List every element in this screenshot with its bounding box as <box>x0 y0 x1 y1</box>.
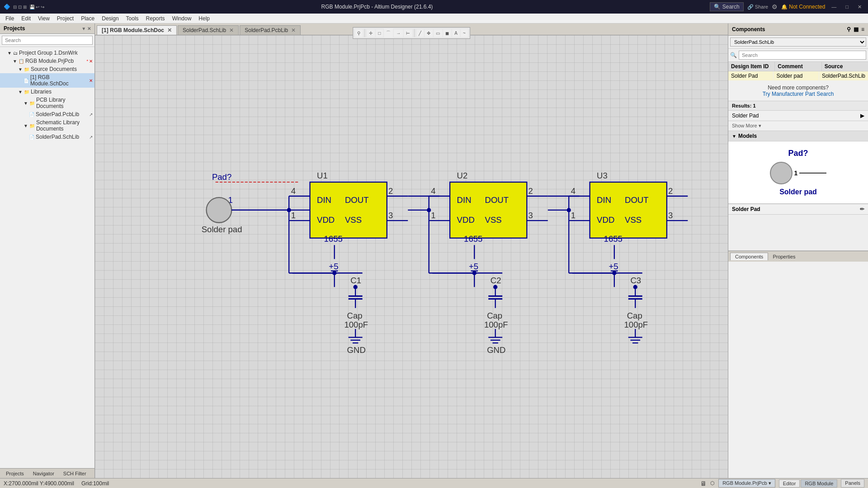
tab-properties[interactable]: Properties <box>768 253 800 260</box>
svg-text:C2: C2 <box>491 276 501 285</box>
tab-navigator[interactable]: Navigator <box>29 469 58 478</box>
tab-schdoc-close[interactable]: ✕ <box>167 27 172 33</box>
component-search-input[interactable] <box>739 51 866 60</box>
components-title: Components <box>732 26 765 33</box>
svg-text:3: 3 <box>668 211 673 220</box>
status-right: 🖥 ⬡ RGB Module.PrjPcb ▾ Editor RGB Modul… <box>700 479 864 488</box>
tab-schlib[interactable]: SolderPad.SchLib ✕ <box>178 25 239 35</box>
panels-btn[interactable]: Panels <box>841 479 864 488</box>
view-options-icon[interactable]: ▦ <box>854 26 859 33</box>
tree-item-libraries[interactable]: ▼ 📁 Libraries <box>0 88 94 96</box>
tree-item-source-docs[interactable]: ▼ 📁 Source Documents <box>0 65 94 73</box>
close-button[interactable]: ✕ <box>855 3 864 11</box>
tab-schdoc[interactable]: [1] RGB Module.SchDoc ✕ <box>97 25 177 35</box>
title-search[interactable]: 🔍 Search <box>710 2 744 11</box>
ic-u1[interactable]: U1 DIN DOUT VDD VSS 4 2 <box>289 171 408 354</box>
menu-place[interactable]: Place <box>77 14 98 23</box>
svg-text:2: 2 <box>528 186 533 196</box>
menu-project[interactable]: Project <box>53 14 77 23</box>
svg-text:VDD: VDD <box>457 215 475 225</box>
title-bar: 🔷 ⊟ ⊡ ⊞ 💾 ↩ ↪ RGB Module.PrjPcb - Altium… <box>0 0 868 14</box>
text-btn[interactable]: A <box>452 29 460 37</box>
models-header[interactable]: ▼ Models <box>728 131 868 141</box>
manufacturer-part-search-link[interactable]: Try Manufacturer Part Search <box>763 91 834 97</box>
share-button[interactable]: 🔗 Share <box>747 4 768 10</box>
tree-item-project-group[interactable]: ▼ 🗂 Project Group 1.DsnWrk <box>0 49 94 57</box>
tab-schlib-close[interactable]: ✕ <box>229 27 234 33</box>
arrow-btn[interactable]: → <box>394 29 403 37</box>
menu-tools[interactable]: Tools <box>123 14 142 23</box>
solder-pad-component[interactable]: Pad? 1 Solder pad <box>202 172 314 234</box>
tree-item-solderpad-schlib[interactable]: 📄 SolderPad.SchLib ↗ <box>0 133 94 141</box>
rgb-module-task[interactable]: RGB Module.PrjPcb ▾ <box>718 479 775 488</box>
svg-text:Cap: Cap <box>487 311 502 320</box>
fill-btn[interactable]: ◼ <box>443 29 451 37</box>
tab-pcblib[interactable]: SolderPad.PcbLib ✕ <box>240 25 301 35</box>
svg-text:VDD: VDD <box>317 215 335 225</box>
max-button[interactable]: □ <box>843 3 851 10</box>
coordinates: X:2700.000mil Y:4900.000mil <box>4 480 74 487</box>
filter-btn[interactable]: ⚲ <box>355 29 363 37</box>
menu-window[interactable]: Window <box>169 14 195 23</box>
menu-file[interactable]: File <box>2 14 18 23</box>
settings-icon[interactable]: ⚙ <box>772 3 778 10</box>
svg-text:Pad?: Pad? <box>212 172 231 182</box>
menu-reports[interactable]: Reports <box>142 14 169 23</box>
wire-btn[interactable]: ⌒ <box>384 28 393 38</box>
editor-tab[interactable]: Editor <box>779 479 800 488</box>
min-button[interactable]: — <box>829 3 839 10</box>
library-select[interactable]: SolderPad.SchLib <box>730 38 866 47</box>
libraries-expand: ▼ <box>18 89 23 94</box>
tab-projects[interactable]: Projects <box>2 469 28 478</box>
canvas-area[interactable]: [1] RGB Module.SchDoc ✕ SolderPad.SchLib… <box>95 23 728 478</box>
tab-schlib-label: SolderPad.SchLib <box>183 27 226 33</box>
menu-edit[interactable]: Edit <box>18 14 34 23</box>
svg-text:Solder pad: Solder pad <box>202 225 242 234</box>
main-area: Projects ▼ ✕ ▼ 🗂 Project Group 1.DsnWrk … <box>0 23 868 478</box>
project-tree: ▼ 🗂 Project Group 1.DsnWrk ▼ 📋 RGB Modul… <box>0 47 94 468</box>
tree-item-schdoc[interactable]: 📄 [1] RGB Module.SchDoc ✕ <box>0 73 94 88</box>
header-icons: ⚲ ▦ ≡ <box>847 26 864 33</box>
components-panel-header: Components ⚲ ▦ ≡ <box>728 23 868 36</box>
filter-icon[interactable]: ⚲ <box>847 26 851 33</box>
solder-pad-name: Solder Pad <box>732 113 759 119</box>
schematic-canvas[interactable]: Pad? 1 Solder pad U1 DIN <box>95 35 728 478</box>
solder-pad-list-item[interactable]: Solder Pad ▶ <box>728 111 868 121</box>
box-btn[interactable]: □ <box>376 29 383 37</box>
folder-icon: 🗂 <box>13 51 18 56</box>
tab-components[interactable]: Components <box>730 253 768 260</box>
rgb-module-tab[interactable]: RGB Module <box>801 479 837 488</box>
rect-btn[interactable]: ▭ <box>434 29 442 37</box>
svg-text:Cap: Cap <box>347 311 363 320</box>
net-btn[interactable]: ~ <box>461 29 468 37</box>
tree-item-schematic-lib-docs[interactable]: ▼ 📁 Schematic Library Documents <box>0 118 94 133</box>
tree-item-pcb-lib-docs[interactable]: ▼ 📁 PCB Library Documents <box>0 96 94 110</box>
tree-item-rgb-project[interactable]: ▼ 📋 RGB Module.PrjPcb * ✕ <box>0 57 94 65</box>
title-bar-right: 🔍 Search 🔗 Share ⚙ 🔔 Not Connected — □ ✕ <box>710 2 864 11</box>
tree-item-solderpad-pcblib[interactable]: 📄 SolderPad.PcbLib ↗ <box>0 110 94 118</box>
taskbar-icon: 🖥 <box>700 480 707 487</box>
pin-number: 1 <box>794 169 798 177</box>
edit-icon[interactable]: ✏ <box>860 206 864 212</box>
ic-u3[interactable]: U3 DIN DOUT VDD VSS 4 2 1 <box>569 171 688 343</box>
left-panel: Projects ▼ ✕ ▼ 🗂 Project Group 1.DsnWrk … <box>0 23 95 478</box>
menu-view[interactable]: View <box>34 14 53 23</box>
search-input[interactable] <box>2 36 93 45</box>
close-project-icon[interactable]: ✕ <box>89 59 93 64</box>
svg-text:DOUT: DOUT <box>485 195 509 205</box>
tab-sch-filter[interactable]: SCH Filter <box>59 469 90 478</box>
line-btn[interactable]: ╱ <box>416 29 424 37</box>
cross-btn[interactable]: ✛ <box>367 29 375 37</box>
show-more[interactable]: Show More ▾ <box>728 121 868 131</box>
tab-pcblib-close[interactable]: ✕ <box>291 27 296 33</box>
svg-text:DIN: DIN <box>597 195 611 205</box>
rgb-project-label: RGB Module.PrjPcb <box>25 58 86 64</box>
pin-btn[interactable]: ⊢ <box>404 29 412 37</box>
component-row[interactable]: Solder Pad Solder pad SolderPad.SchLib <box>728 71 868 81</box>
move-btn[interactable]: ✥ <box>425 29 433 37</box>
ic-u2[interactable]: U2 DIN DOUT VDD VSS 4 2 1 <box>429 171 548 354</box>
schlib-label: SolderPad.SchLib <box>36 134 88 140</box>
more-icon[interactable]: ≡ <box>861 26 864 33</box>
menu-design[interactable]: Design <box>98 14 122 23</box>
menu-help[interactable]: Help <box>195 14 213 23</box>
